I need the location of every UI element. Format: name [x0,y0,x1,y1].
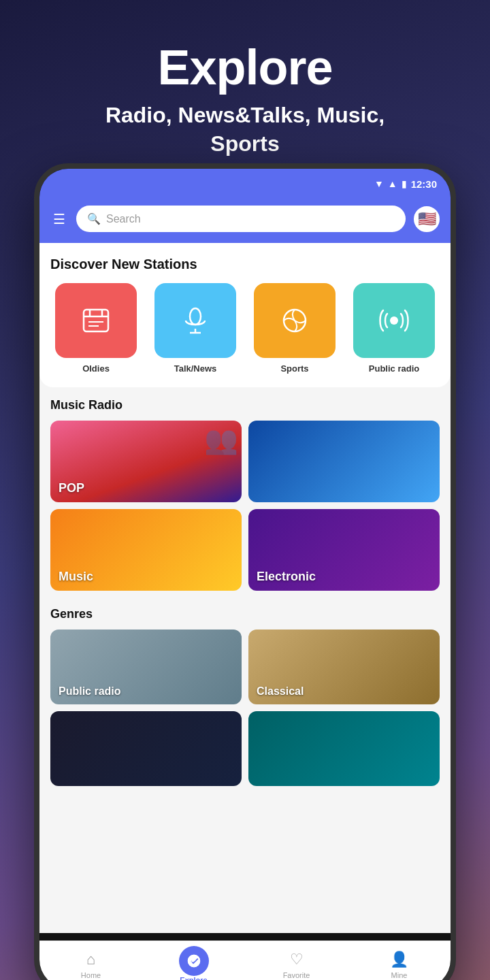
talknews-label: Talk/News [174,363,217,374]
genres-title: Genres [50,607,440,621]
svg-point-6 [190,308,201,325]
music-card-content: Music [50,509,242,591]
app-content: Discover New Stations [39,243,451,933]
music-label: Music [59,570,233,584]
status-time: 12:30 [411,178,437,190]
menu-icon[interactable]: ☰ [50,208,68,230]
oldies-icon [80,304,112,337]
discover-card: Discover New Stations [39,243,451,387]
phone-frame: ▼ ▲ ▮ 12:30 ☰ 🔍 Search 🇺🇸 Discover New S… [34,163,456,980]
explore-label: Explore [180,976,207,981]
music-radio-section: Music Radio POP Music [39,387,451,596]
signal-icon: ▲ [388,178,397,189]
nav-favorite[interactable]: ♡ Favorite [245,951,348,979]
explore-icon [179,946,209,976]
talknews-icon [179,304,212,337]
music-card-pop[interactable]: POP [50,421,242,502]
genres-grid: Public radio Classical [50,630,440,786]
category-publicradio[interactable]: Public radio [348,283,440,374]
sports-icon [278,304,311,337]
status-icons: ▼ ▲ ▮ 12:30 [374,178,437,190]
sports-label: Sports [280,363,308,374]
hero-section: Explore Radio, News&Talks, Music,Sports [0,0,490,172]
genre-card-water[interactable] [248,711,440,786]
music-radio-title: Music Radio [50,398,440,412]
status-bar: ▼ ▲ ▮ 12:30 [39,169,451,199]
nav-mine[interactable]: 👤 Mine [348,951,451,979]
category-grid: Oldies Talk/News [50,283,440,374]
publicradio-label: Public radio [369,363,419,374]
music-card-electronic[interactable]: Electronic [248,509,440,591]
wifi-icon: ▼ [374,178,384,189]
nav-explore[interactable]: Explore [142,946,245,981]
mine-label: Mine [391,971,408,979]
phone-mockup: ▼ ▲ ▮ 12:30 ☰ 🔍 Search 🇺🇸 Discover New S… [34,163,456,980]
favorite-label: Favorite [283,971,310,979]
genres-section: Genres Public radio Classical [39,596,451,791]
category-oldies[interactable]: Oldies [50,283,142,374]
oldies-label: Oldies [82,363,110,374]
search-bar[interactable]: 🔍 Search [76,206,406,232]
pop-card-content: POP [50,421,242,502]
home-label: Home [81,971,101,979]
app-header: ☰ 🔍 Search 🇺🇸 [39,199,451,243]
favorite-icon: ♡ [290,951,304,968]
hero-title: Explore [27,41,463,95]
electronic-label: Electronic [257,570,431,584]
search-placeholder: Search [106,213,141,225]
hero-subtitle: Radio, News&Talks, Music,Sports [27,101,463,158]
publicradio-icon-box [353,283,435,358]
battery-icon: ▮ [402,178,407,189]
svg-point-10 [390,316,398,325]
genre-card-classical[interactable]: Classical [248,630,440,704]
mine-icon: 👤 [390,951,408,968]
pop-label: POP [59,481,233,495]
music-card-guitar[interactable] [248,421,440,502]
music-card-music[interactable]: Music [50,509,242,591]
discover-title: Discover New Stations [50,257,440,272]
home-icon: ⌂ [86,951,95,968]
genre-card-dark[interactable] [50,711,242,786]
music-grid: POP Music Electronic [50,421,440,591]
talknews-icon-box [154,283,236,358]
guitar-card-content [248,421,440,502]
genre-card-publicradio[interactable]: Public radio [50,630,242,704]
nav-home[interactable]: ⌂ Home [39,951,142,979]
sports-icon-box [254,283,336,358]
electronic-card-content: Electronic [248,509,440,591]
svg-rect-0 [84,310,108,331]
category-sports[interactable]: Sports [249,283,340,374]
search-icon: 🔍 [87,212,101,225]
classical-genre-label: Classical [257,685,304,698]
oldies-icon-box [55,283,137,358]
publicradio-icon [378,304,410,337]
publicradio-genre-label: Public radio [59,685,121,698]
flag-button[interactable]: 🇺🇸 [414,206,440,232]
category-talknews[interactable]: Talk/News [150,283,241,374]
bottom-nav: ⌂ Home Explore ♡ Favorite 👤 Mine [39,941,451,980]
